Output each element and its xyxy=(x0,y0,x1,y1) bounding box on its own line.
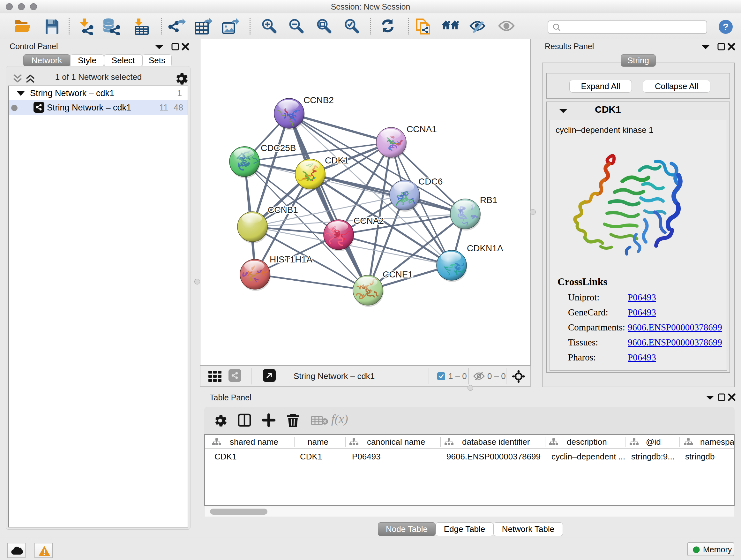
svg-text:RB1: RB1 xyxy=(480,195,497,205)
svg-text:HIST1H1A: HIST1H1A xyxy=(270,254,313,264)
svg-text:CDC6: CDC6 xyxy=(418,177,443,186)
svg-text:CCNB2: CCNB2 xyxy=(304,95,334,105)
svg-text:CCNE1: CCNE1 xyxy=(383,269,413,279)
svg-text:CCNA1: CCNA1 xyxy=(407,124,437,134)
svg-text:CDKN1A: CDKN1A xyxy=(467,243,503,253)
svg-text:CDK1: CDK1 xyxy=(325,155,349,165)
svg-text:?: ? xyxy=(723,21,729,32)
svg-text:CCNA2: CCNA2 xyxy=(354,216,384,226)
svg-text:CCNB1: CCNB1 xyxy=(268,205,298,215)
svg-text:CDC25B: CDC25B xyxy=(261,143,296,153)
